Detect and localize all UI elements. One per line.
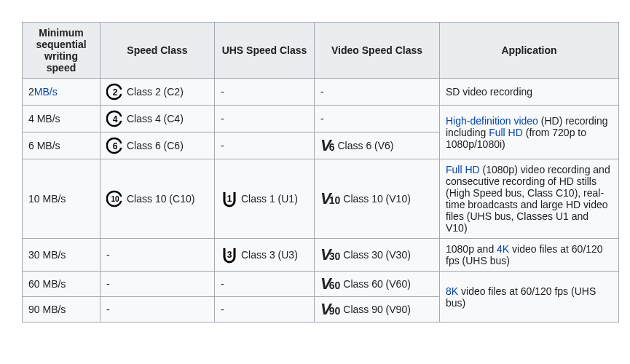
speed-unit: MB/s bbox=[40, 278, 66, 290]
speed-value: 90 bbox=[28, 304, 40, 315]
speed-value: 6 bbox=[28, 140, 34, 151]
table-row: 30 MB/s - 3 Class 3 (U3) V30 Class 30 (V… bbox=[23, 239, 619, 272]
cell-uhs: - bbox=[215, 106, 315, 132]
u3-icon: 3 bbox=[221, 246, 238, 264]
cell-video: - bbox=[315, 106, 440, 132]
cell-video: V90 Class 90 (V90) bbox=[315, 297, 440, 323]
speed-value: 10 bbox=[28, 193, 40, 205]
speed-value: 60 bbox=[28, 278, 40, 290]
cell-speed-class: 6 Class 6 (C6) bbox=[101, 132, 215, 159]
mbs-link[interactable]: MB/s bbox=[34, 86, 58, 98]
class-4-icon: 4 bbox=[106, 110, 124, 127]
header-video-class: Video Speed Class bbox=[315, 23, 440, 79]
8k-link[interactable]: 8K bbox=[446, 285, 458, 297]
speed-unit: MB/s bbox=[40, 249, 66, 261]
cell-min-speed: 2MB/s bbox=[23, 79, 101, 106]
svg-text:6: 6 bbox=[113, 141, 118, 151]
cell-uhs: 3 Class 3 (U3) bbox=[215, 239, 315, 272]
cell-video: V60 Class 60 (V60) bbox=[315, 272, 440, 297]
cell-video: V10 Class 10 (V10) bbox=[315, 159, 440, 239]
svg-text:10: 10 bbox=[111, 195, 119, 203]
cell-application: High-definition video (HD) recording inc… bbox=[440, 106, 619, 159]
speed-unit: MB/s bbox=[40, 304, 66, 315]
cell-video: V6 Class 6 (V6) bbox=[315, 132, 440, 159]
cell-uhs: 1 Class 1 (U1) bbox=[215, 159, 315, 239]
cell-speed-class: - bbox=[101, 297, 215, 323]
cell-uhs: - bbox=[215, 297, 315, 323]
svg-text:1: 1 bbox=[227, 194, 232, 204]
speed-value: 2 bbox=[28, 86, 34, 98]
class-label: Class 90 (V90) bbox=[343, 304, 411, 315]
svg-text:2: 2 bbox=[113, 87, 118, 98]
cell-min-speed: 60 MB/s bbox=[23, 272, 101, 297]
cell-uhs: - bbox=[215, 79, 315, 106]
speed-class-table: Minimum sequential writing speed Speed C… bbox=[22, 22, 619, 323]
table-row: 2MB/s 2 Class 2 (C2) - - SD video record… bbox=[23, 79, 619, 106]
v90-icon: V90 bbox=[320, 301, 340, 317]
cell-speed-class: 2 Class 2 (C2) bbox=[101, 79, 215, 106]
cell-min-speed: 90 MB/s bbox=[23, 297, 101, 323]
hd-video-link[interactable]: High-definition video bbox=[446, 115, 538, 127]
4k-link[interactable]: 4K bbox=[497, 243, 509, 255]
class-label: Class 6 (C6) bbox=[127, 140, 184, 151]
v6-icon: V6 bbox=[320, 138, 334, 154]
class-label: Class 4 (C4) bbox=[127, 113, 184, 124]
cell-speed-class: - bbox=[101, 239, 215, 272]
cell-application: Full HD (1080p) video recording and cons… bbox=[440, 159, 619, 239]
class-label: Class 1 (U1) bbox=[241, 193, 298, 205]
table-row: 4 MB/s 4 Class 4 (C4) - - High-definitio… bbox=[23, 106, 619, 132]
full-hd-link[interactable]: Full HD bbox=[489, 127, 523, 138]
v60-icon: V60 bbox=[320, 276, 340, 292]
svg-text:3: 3 bbox=[227, 250, 232, 260]
class-label: Class 30 (V30) bbox=[343, 249, 411, 261]
cell-min-speed: 10 MB/s bbox=[23, 159, 101, 239]
header-speed-class: Speed Class bbox=[101, 23, 215, 79]
cell-application: 8K video files at 60/120 fps (UHS bus) bbox=[440, 272, 619, 323]
table-row: 60 MB/s - - V60 Class 60 (V60) 8K video … bbox=[23, 272, 619, 297]
class-2-icon: 2 bbox=[106, 83, 124, 100]
v10-icon: V10 bbox=[320, 191, 340, 207]
speed-value: 30 bbox=[28, 249, 40, 261]
cell-speed-class: 4 Class 4 (C4) bbox=[101, 106, 215, 132]
svg-text:4: 4 bbox=[113, 114, 118, 124]
cell-application: 1080p and 4K video files at 60/120 fps (… bbox=[440, 239, 619, 272]
cell-video: - bbox=[315, 79, 440, 106]
class-label: Class 10 (V10) bbox=[343, 193, 411, 205]
cell-uhs: - bbox=[215, 272, 315, 297]
table-row: 10 MB/s 10 Class 10 (C10) 1 Class 1 (U1) bbox=[23, 159, 619, 239]
u1-icon: 1 bbox=[221, 190, 238, 207]
class-label: Class 10 (C10) bbox=[127, 193, 194, 205]
speed-unit: MB/s bbox=[34, 113, 60, 124]
cell-video: V30 Class 30 (V30) bbox=[315, 239, 440, 272]
cell-speed-class: 10 Class 10 (C10) bbox=[101, 159, 215, 239]
class-label: Class 60 (V60) bbox=[343, 278, 411, 290]
speed-unit: MB/s bbox=[34, 140, 60, 151]
header-min-speed: Minimum sequential writing speed bbox=[23, 23, 101, 79]
cell-application: SD video recording bbox=[440, 79, 619, 106]
header-application: Application bbox=[440, 23, 619, 79]
speed-unit: MB/s bbox=[40, 193, 66, 205]
cell-min-speed: 6 MB/s bbox=[23, 132, 101, 159]
cell-uhs: - bbox=[215, 132, 315, 159]
class-label: Class 2 (C2) bbox=[127, 86, 184, 98]
full-hd-link[interactable]: Full HD bbox=[446, 164, 480, 175]
class-label: Class 6 (V6) bbox=[337, 140, 393, 151]
cell-speed-class: - bbox=[101, 272, 215, 297]
cell-min-speed: 30 MB/s bbox=[23, 239, 101, 272]
header-uhs-class: UHS Speed Class bbox=[215, 23, 315, 79]
speed-value: 4 bbox=[28, 113, 34, 124]
class-10-icon: 10 bbox=[106, 190, 124, 207]
v30-icon: V30 bbox=[320, 247, 340, 263]
class-6-icon: 6 bbox=[106, 137, 124, 154]
class-label: Class 3 (U3) bbox=[241, 249, 298, 261]
cell-min-speed: 4 MB/s bbox=[23, 106, 101, 132]
